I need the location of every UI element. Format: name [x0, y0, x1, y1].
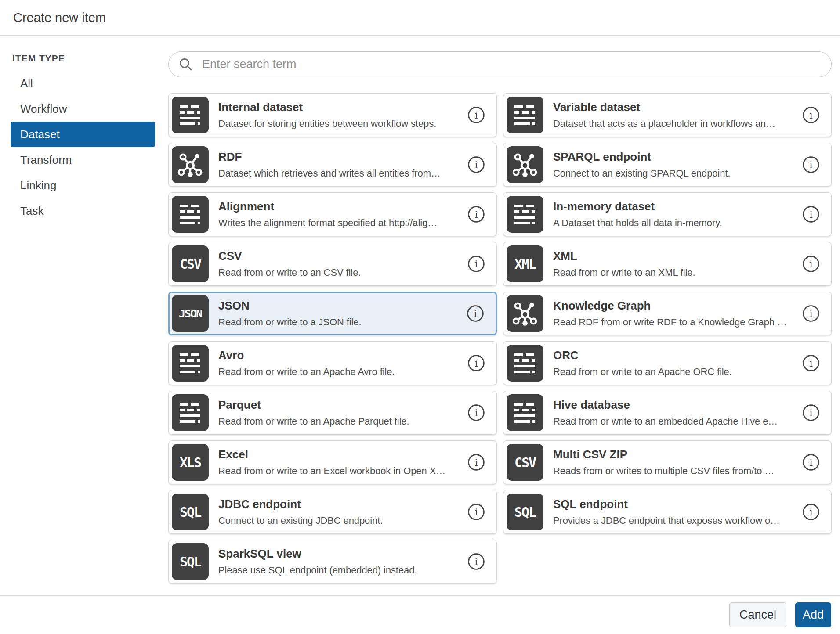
info-icon[interactable]: i — [802, 156, 820, 173]
item-card-description: Dataset for storing entities between wor… — [218, 118, 462, 130]
item-card[interactable]: SQL SparkSQL view Please use SQL endpoin… — [168, 540, 497, 584]
info-icon[interactable]: i — [467, 553, 485, 570]
item-type-heading: ITEM TYPE — [12, 53, 155, 64]
item-card-text: RDF Dataset which retrieves and writes a… — [218, 150, 496, 179]
item-icon-tile — [507, 97, 543, 133]
item-card[interactable]: Knowledge Graph Read RDF from or write R… — [503, 292, 832, 335]
item-card-description: Read from or write to an Apache Parquet … — [218, 416, 462, 427]
sql-icon: SQL — [514, 504, 536, 520]
item-card[interactable]: XML XML Read from or write to an XML fil… — [503, 242, 832, 286]
item-card-description: Read from or write to an embedded Apache… — [553, 416, 797, 427]
item-card-description: Reads from or writes to multiple CSV fil… — [553, 465, 797, 477]
dialog-header: Create new item — [0, 0, 840, 36]
dialog-footer: Cancel Add — [0, 595, 840, 634]
item-card[interactable]: Parquet Read from or write to an Apache … — [168, 391, 497, 435]
search-box[interactable] — [168, 51, 832, 77]
sidebar-item-dataset[interactable]: Dataset — [11, 122, 155, 147]
item-card-description: Read from or write to an XML file. — [553, 267, 797, 278]
item-card-title: XML — [553, 249, 797, 263]
svg-text:i: i — [809, 209, 812, 220]
item-icon-tile — [172, 97, 209, 133]
info-icon[interactable]: i — [467, 404, 485, 421]
dataset-lines-icon — [514, 204, 536, 225]
cancel-button[interactable]: Cancel — [729, 602, 786, 627]
item-card[interactable]: Variable dataset Dataset that acts as a … — [503, 93, 832, 137]
item-card[interactable]: In-memory dataset A Dataset that holds a… — [503, 192, 832, 236]
dataset-lines-icon — [514, 353, 536, 374]
info-icon[interactable]: i — [802, 255, 820, 273]
item-card-title: Avro — [218, 349, 462, 362]
info-icon[interactable]: i — [802, 454, 820, 471]
info-icon[interactable]: i — [467, 156, 485, 173]
info-icon[interactable]: i — [467, 255, 485, 273]
sidebar-item-all[interactable]: All — [11, 71, 155, 96]
item-card[interactable]: SPARQL endpoint Connect to an existing S… — [503, 143, 832, 187]
item-card-text: Parquet Read from or write to an Apache … — [218, 398, 496, 427]
item-card[interactable]: CSV Multi CSV ZIP Reads from or writes t… — [503, 440, 832, 484]
item-card-text: Knowledge Graph Read RDF from or write R… — [553, 299, 831, 328]
dataset-lines-icon — [179, 402, 201, 423]
svg-text:i: i — [809, 110, 812, 121]
item-card[interactable]: Hive database Read from or write to an e… — [503, 391, 832, 435]
item-card-description: Please use SQL endpoint (embedded) inste… — [218, 565, 462, 576]
svg-text:i: i — [809, 358, 812, 369]
svg-text:i: i — [809, 457, 812, 468]
sidebar-item-label: Linking — [20, 179, 56, 192]
item-card-title: ORC — [553, 349, 797, 362]
svg-text:i: i — [474, 457, 478, 468]
info-icon[interactable]: i — [467, 205, 485, 223]
sidebar-item-label: Dataset — [20, 128, 60, 141]
info-icon[interactable]: i — [802, 354, 820, 372]
sidebar-item-task[interactable]: Task — [11, 198, 155, 223]
info-icon[interactable]: i — [467, 354, 485, 372]
sidebar-item-transform[interactable]: Transform — [11, 147, 155, 173]
csv-icon: CSV — [180, 256, 201, 272]
item-card-text: Variable dataset Dataset that acts as a … — [553, 101, 831, 130]
item-card-text: Alignment Writes the alignment format sp… — [218, 200, 496, 229]
info-icon[interactable]: i — [467, 106, 485, 124]
json-icon: JSON — [179, 307, 202, 320]
item-card-title: RDF — [218, 150, 462, 164]
item-card[interactable]: Avro Read from or write to an Apache Avr… — [168, 341, 497, 385]
item-card[interactable]: RDF Dataset which retrieves and writes a… — [168, 143, 497, 187]
item-card[interactable]: Internal dataset Dataset for storing ent… — [168, 93, 497, 137]
sidebar-item-workflow[interactable]: Workflow — [11, 96, 155, 122]
item-card-description: Provides a JDBC endpoint that exposes wo… — [553, 515, 797, 526]
sidebar-item-label: Transform — [20, 153, 72, 166]
info-icon[interactable]: i — [802, 404, 820, 421]
item-card[interactable]: JSON JSON Read from or write to a JSON f… — [168, 292, 497, 335]
item-icon-tile — [507, 295, 543, 332]
item-card[interactable]: XLS Excel Read from or write to an Excel… — [168, 440, 497, 484]
item-card-text: ORC Read from or write to an Apache ORC … — [553, 349, 831, 378]
info-icon[interactable]: i — [467, 454, 485, 471]
rdf-graph-icon — [177, 151, 203, 178]
item-card[interactable]: CSV CSV Read from or write to an CSV fil… — [168, 242, 497, 286]
svg-text:i: i — [474, 556, 478, 567]
sidebar-item-linking[interactable]: Linking — [11, 173, 155, 198]
item-icon-tile: SQL — [172, 494, 209, 530]
item-card[interactable]: SQL SQL endpoint Provides a JDBC endpoin… — [503, 490, 832, 534]
info-icon[interactable]: i — [802, 503, 820, 521]
info-icon[interactable]: i — [802, 305, 820, 322]
svg-text:i: i — [474, 209, 478, 220]
rdf-graph-icon — [512, 300, 538, 327]
xls-icon: XLS — [180, 455, 201, 470]
add-button[interactable]: Add — [795, 602, 831, 627]
info-icon[interactable]: i — [802, 106, 820, 124]
item-card-description: Read from or write to an CSV file. — [218, 267, 462, 278]
item-card[interactable]: Alignment Writes the alignment format sp… — [168, 192, 497, 236]
item-card-text: CSV Read from or write to an CSV file. — [218, 249, 496, 278]
info-icon[interactable]: i — [802, 205, 820, 223]
dataset-lines-icon — [179, 204, 201, 225]
item-icon-tile: CSV — [507, 444, 543, 481]
info-icon[interactable]: i — [467, 305, 484, 322]
item-card[interactable]: ORC Read from or write to an Apache ORC … — [503, 341, 832, 385]
item-card[interactable]: SQL JDBC endpoint Connect to an existing… — [168, 490, 497, 534]
item-icon-tile — [507, 394, 543, 431]
item-card-title: SPARQL endpoint — [553, 150, 797, 164]
item-icon-tile — [172, 146, 209, 183]
item-icon-tile — [507, 146, 543, 183]
info-icon[interactable]: i — [467, 503, 485, 521]
item-icon-tile — [172, 394, 209, 431]
search-input[interactable] — [201, 57, 826, 72]
